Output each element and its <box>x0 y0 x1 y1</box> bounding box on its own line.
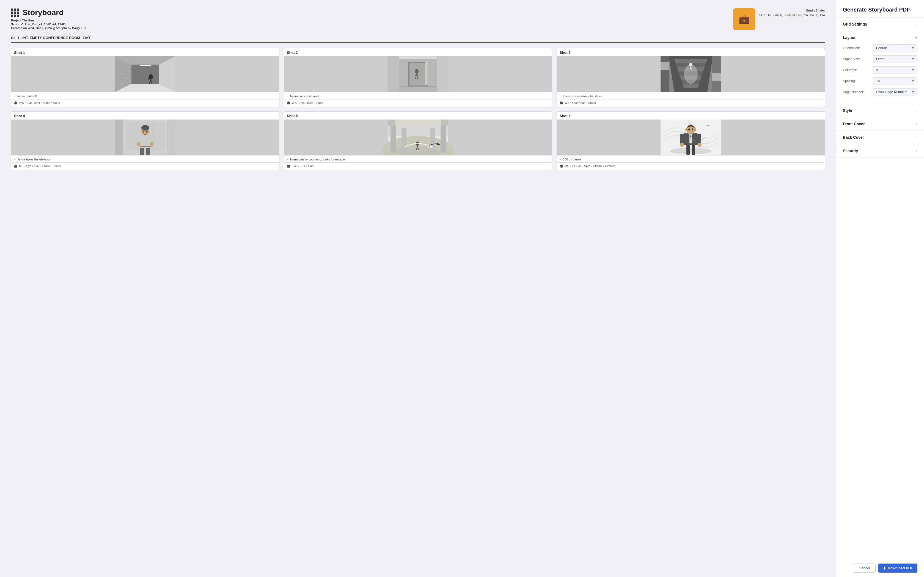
chevron-right-icon-back: › <box>916 135 918 139</box>
shot-1-header: Shot 1 <box>11 48 279 56</box>
grid-icon <box>11 8 19 17</box>
briefcase-icon: 💼 <box>739 14 750 24</box>
shot-3-header: Shot 3 <box>557 48 825 56</box>
shot-card-1: Shot 1 <box>11 48 279 107</box>
accordion-back-cover-header[interactable]: Back Cover › <box>836 131 924 144</box>
svg-rect-85 <box>692 144 695 155</box>
shot-2-header: Shot 2 <box>284 48 552 56</box>
camera-icon-1: 🎥 <box>14 102 17 105</box>
svg-point-65 <box>146 131 148 133</box>
accordion-front-cover: Front Cover › <box>836 117 924 131</box>
download-icon: ⬇ <box>883 566 886 571</box>
script-meta: Script v1 The_Pen_v1_10-01-24_19-00 <box>11 23 86 26</box>
svg-point-61 <box>150 142 153 147</box>
spacing-select[interactable]: 5 10 15 20 <box>873 77 918 85</box>
shot-6-header: Shot 6 <box>557 111 825 119</box>
svg-point-64 <box>143 131 144 133</box>
shot-card-2: Shot 2 <box>284 48 552 107</box>
style-label: Style <box>843 108 852 113</box>
shot-card-4: Shot 4 <box>11 111 279 170</box>
main-content: Storyboard Project The Pen Script v1 The… <box>0 0 836 577</box>
columns-select[interactable]: 1 2 3 4 <box>873 66 918 74</box>
shot-6-image: 360° <box>557 119 825 155</box>
created-meta: Created on Wed, Oct 2, 2024 @ 5:18pm by … <box>11 26 86 30</box>
lines-icon-2: ≡ <box>287 95 289 98</box>
shot-2-description: ≡ Intern finds a stairwell <box>284 92 552 99</box>
orientation-select[interactable]: Portrait Landscape <box>873 44 918 52</box>
paper-size-row: Paper Size: Letter A4 Legal <box>843 55 918 63</box>
shot-3-camera: 🎥 WS • Overhead • Static <box>557 99 825 106</box>
page-number-label: Page Number: <box>843 90 873 94</box>
svg-rect-5 <box>131 64 159 84</box>
scene-heading: Sc. 1 | INT. EMPTY CONFERENCE ROOM - DAY <box>11 36 825 40</box>
svg-marker-23 <box>425 60 428 85</box>
shot-1-camera: 🎥 WS • Eye Level • Static • Hand <box>11 99 279 106</box>
page-number-select[interactable]: Show Page Numbers Hide Page Numbers <box>873 88 918 96</box>
layout-label: Layout <box>843 35 856 40</box>
accordion-style-header[interactable]: Style › <box>836 104 924 117</box>
accordion-grid-settings-header[interactable]: Grid Settings › <box>836 18 924 31</box>
spacing-label: Spacing: <box>843 79 873 83</box>
svg-point-57 <box>141 125 149 131</box>
company-info: StudioBinder 1411 5th St #406, Santa Mon… <box>759 8 825 17</box>
accordion-security-header[interactable]: Security › <box>836 144 924 158</box>
chevron-down-icon: ∨ <box>915 36 918 40</box>
shot-5-description: ≡ Intern gets to courtyard, looks for es… <box>284 155 552 162</box>
accordion-style: Style › <box>836 104 924 117</box>
layout-content: Orientation: Portrait Landscape Paper Si… <box>836 44 924 103</box>
svg-rect-58 <box>140 135 151 149</box>
page-title: Storyboard <box>23 8 63 17</box>
svg-rect-31 <box>437 56 448 92</box>
download-pdf-button[interactable]: ⬇ Download PDF <box>878 564 918 572</box>
right-panel: Generate Storyboard PDF Grid Settings › … <box>836 0 924 577</box>
camera-icon-3: 🎥 <box>560 102 563 105</box>
chevron-right-icon: › <box>916 22 918 26</box>
lines-icon-4: ≡ <box>14 158 16 161</box>
shot-grid: Shot 1 <box>11 48 825 170</box>
columns-label: Columns: <box>843 68 873 72</box>
panel-footer: Cancel ⬇ Download PDF <box>836 559 924 577</box>
shot-4-header: Shot 4 <box>11 111 279 119</box>
storyboard-title-block: Storyboard Project The Pen Script v1 The… <box>11 8 86 30</box>
spacing-row: Spacing: 5 10 15 20 <box>843 77 918 85</box>
paper-size-select[interactable]: Letter A4 Legal <box>873 55 918 63</box>
svg-point-24 <box>415 69 418 74</box>
svg-point-60 <box>137 142 140 147</box>
accordion-front-cover-header[interactable]: Front Cover › <box>836 117 924 131</box>
chevron-right-icon-style: › <box>916 108 918 112</box>
svg-rect-63 <box>146 148 150 155</box>
svg-marker-51 <box>115 119 123 155</box>
shot-4-image <box>11 119 279 155</box>
svg-text:360°: 360° <box>706 124 711 127</box>
svg-rect-45 <box>661 56 669 92</box>
storyboard-header: Storyboard Project The Pen Script v1 The… <box>11 8 825 30</box>
svg-rect-62 <box>140 148 144 155</box>
lines-icon: ≡ <box>14 95 16 98</box>
orientation-label: Orientation: <box>843 46 873 50</box>
paper-size-label: Paper Size: <box>843 57 873 61</box>
cancel-button[interactable]: Cancel <box>853 564 876 572</box>
shot-1-image <box>11 56 279 92</box>
svg-rect-80 <box>396 119 441 126</box>
svg-rect-47 <box>661 62 669 70</box>
accordion-security: Security › <box>836 144 924 158</box>
lines-icon-5: ≡ <box>287 158 289 161</box>
svg-point-97 <box>691 129 693 131</box>
svg-marker-34 <box>674 59 707 63</box>
shot-card-5: Shot 5 <box>284 111 552 170</box>
grid-settings-label: Grid Settings <box>843 22 867 26</box>
front-cover-label: Front Cover <box>843 122 864 126</box>
shot-2-image <box>284 56 552 92</box>
accordion-grid-settings: Grid Settings › <box>836 18 924 31</box>
accordion-layout-header[interactable]: Layout ∨ <box>836 31 924 44</box>
svg-rect-22 <box>410 63 425 85</box>
shot-4-camera: 🎥 MS • Eye Level • Static • Sticks <box>11 163 279 170</box>
shot-5-camera: 🎥 EWS • HA • Pan <box>284 163 552 170</box>
lines-icon-3: ≡ <box>560 95 561 98</box>
shot-6-camera: 🎥 MS • LA • 360 Spin • Gimbal / Circular <box>557 163 825 170</box>
svg-point-94 <box>685 128 688 131</box>
svg-marker-52 <box>167 119 176 155</box>
lines-icon-6: ≡ <box>560 158 561 161</box>
svg-point-95 <box>694 128 696 131</box>
accordion-layout: Layout ∨ Orientation: Portrait Landscape… <box>836 31 924 104</box>
